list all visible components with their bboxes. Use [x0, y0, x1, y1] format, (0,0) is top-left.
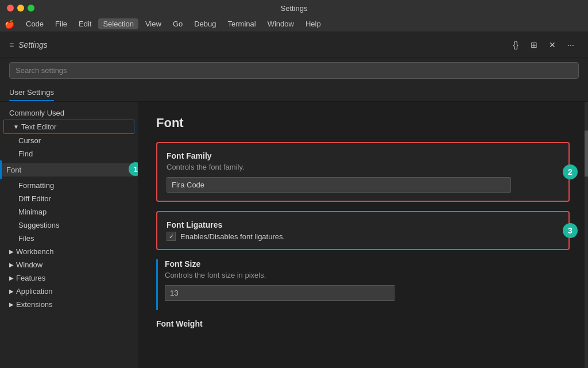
menu-help[interactable]: Help	[301, 18, 326, 29]
sidebar-item-diff-editor[interactable]: Diff Editor	[0, 192, 138, 205]
font-ligatures-label: Enables/Disables font ligatures.	[180, 232, 285, 241]
menu-debug[interactable]: Debug	[189, 18, 220, 29]
font-size-input[interactable]	[165, 285, 394, 301]
sidebar-item-application[interactable]: ▶ Application	[0, 285, 138, 298]
minimize-button[interactable]	[17, 5, 24, 12]
text-editor-box: ▼ Text Editor	[3, 120, 134, 134]
font-ligatures-wrapper: Font Ligatures ✓ Enables/Disables font l…	[156, 211, 570, 250]
menu-selection[interactable]: Selection	[98, 18, 138, 29]
menu-terminal[interactable]: Terminal	[223, 18, 261, 29]
chevron-right-icon: ▶	[9, 275, 14, 281]
json-button[interactable]: {}	[508, 37, 524, 53]
sidebar-item-window[interactable]: ▶ Window	[0, 258, 138, 271]
sidebar-item-cursor[interactable]: Cursor	[0, 134, 138, 147]
badge-3: 3	[563, 223, 578, 238]
sidebar-label: Workbench	[16, 247, 54, 256]
sidebar-item-commonly-used[interactable]: Commonly Used	[0, 106, 138, 120]
tabs-bar: User Settings	[0, 83, 588, 102]
sidebar: Commonly Used ▼ Text Editor Cursor Find …	[0, 102, 138, 368]
font-family-input[interactable]	[167, 177, 511, 193]
font-family-card: Font Family Controls the font family.	[156, 142, 570, 202]
close-tab-button[interactable]: ✕	[544, 37, 560, 53]
font-family-title: Font Family	[167, 151, 559, 160]
sidebar-label: Commonly Used	[9, 109, 64, 117]
sidebar-item-suggestions[interactable]: Suggestions	[0, 218, 138, 232]
menu-window[interactable]: Window	[263, 18, 299, 29]
sidebar-label: Find	[18, 150, 33, 158]
settings-header: ≡ Settings {} ⊞ ✕ ···	[0, 32, 588, 57]
settings-title-row: ≡ Settings	[9, 40, 48, 49]
menu-view[interactable]: View	[141, 18, 166, 29]
chevron-right-icon: ▶	[9, 262, 14, 268]
sidebar-label: Files	[18, 234, 34, 243]
split-editor-button[interactable]: ⊞	[526, 37, 542, 53]
sidebar-label: Application	[16, 287, 53, 296]
chevron-right-icon: ▶	[9, 288, 14, 294]
menu-go[interactable]: Go	[168, 18, 187, 29]
font-size-section: Font Size Controls the font size in pixe…	[156, 259, 570, 310]
close-button[interactable]	[7, 5, 14, 12]
sidebar-item-minimap[interactable]: Minimap	[0, 205, 138, 218]
search-bar	[0, 57, 588, 83]
sidebar-label: Formatting	[18, 181, 54, 190]
sidebar-label: Suggestions	[18, 221, 60, 229]
font-family-desc: Controls the font family.	[167, 163, 559, 171]
search-input[interactable]	[9, 62, 579, 79]
main-content: Commonly Used ▼ Text Editor Cursor Find …	[0, 102, 588, 368]
page-title: Font	[156, 116, 570, 131]
sidebar-item-font[interactable]: Font	[2, 163, 138, 177]
sidebar-item-extensions[interactable]: ▶ Extensions	[0, 298, 138, 311]
sidebar-label: Diff Editor	[18, 194, 51, 203]
sidebar-label: Font	[6, 166, 21, 174]
sidebar-label: Minimap	[18, 208, 47, 216]
app-layout: ≡ Settings {} ⊞ ✕ ··· User Settings Comm…	[0, 32, 588, 368]
sidebar-label: Text Editor	[21, 122, 56, 131]
maximize-button[interactable]	[28, 5, 34, 12]
settings-title: Settings	[18, 40, 48, 49]
badge-2: 2	[563, 164, 578, 179]
sidebar-item-text-editor[interactable]: ▼ Text Editor	[4, 120, 134, 133]
content-area: Font Font Family Controls the font famil…	[138, 102, 588, 368]
more-actions-button[interactable]: ···	[563, 37, 579, 53]
chevron-down-icon: ▼	[13, 124, 19, 130]
sidebar-item-find[interactable]: Find	[0, 147, 138, 160]
sidebar-label: Window	[16, 260, 42, 269]
settings-menu-icon: ≡	[9, 40, 14, 49]
menu-edit[interactable]: Edit	[74, 18, 96, 29]
sidebar-item-workbench[interactable]: ▶ Workbench	[0, 245, 138, 258]
font-family-wrapper: Font Family Controls the font family. 2	[156, 142, 570, 202]
font-size-title: Font Size	[165, 259, 570, 269]
sidebar-item-formatting[interactable]: Formatting	[0, 179, 138, 192]
tab-user-settings[interactable]: User Settings	[9, 83, 54, 101]
font-row-wrapper: Font 1	[0, 160, 138, 179]
titlebar: Settings	[0, 0, 588, 16]
menubar: 🍎 Code File Edit Selection View Go Debug…	[0, 16, 588, 32]
sidebar-item-features[interactable]: ▶ Features	[0, 271, 138, 285]
font-weight-title: Font Weight	[156, 319, 570, 328]
font-weight-partial: Font Weight	[156, 319, 570, 328]
font-ligatures-checkbox[interactable]: ✓	[167, 232, 176, 241]
sidebar-item-files[interactable]: Files	[0, 232, 138, 245]
font-ligatures-card: Font Ligatures ✓ Enables/Disables font l…	[156, 211, 570, 250]
sidebar-label: Cursor	[18, 136, 41, 145]
menu-code[interactable]: Code	[21, 18, 48, 29]
chevron-right-icon: ▶	[9, 248, 14, 255]
chevron-right-icon: ▶	[9, 301, 14, 308]
font-size-desc: Controls the font size in pixels.	[165, 271, 570, 279]
apple-menu-icon[interactable]: 🍎	[5, 20, 14, 29]
sidebar-label: Extensions	[16, 300, 53, 309]
scrollbar-thumb[interactable]	[585, 131, 588, 177]
sidebar-label: Features	[16, 274, 45, 282]
font-ligatures-title: Font Ligatures	[167, 220, 559, 229]
window-title: Settings	[281, 4, 308, 13]
header-actions: {} ⊞ ✕ ···	[508, 37, 579, 53]
font-ligatures-checkbox-row: ✓ Enables/Disables font ligatures.	[167, 232, 559, 241]
traffic-lights	[7, 5, 34, 12]
menu-file[interactable]: File	[51, 18, 72, 29]
scrollbar-track[interactable]	[585, 102, 588, 368]
